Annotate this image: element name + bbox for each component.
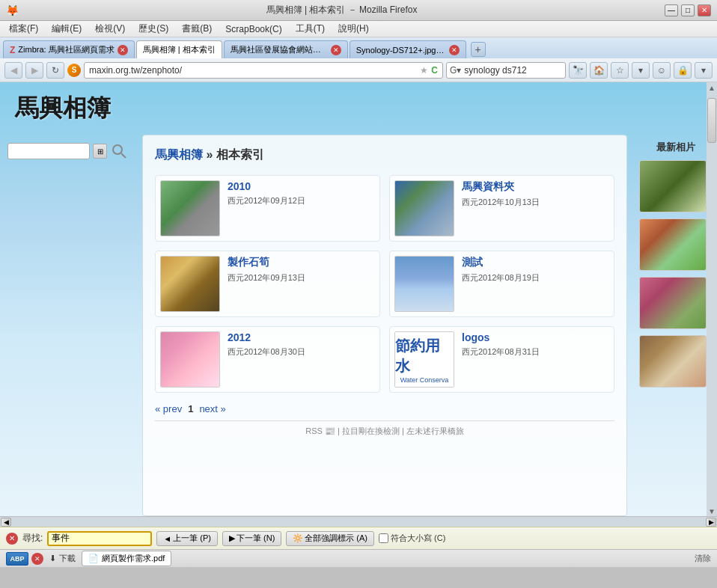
tab-close-community[interactable]: ✕ (331, 45, 341, 55)
albums-grid: 2010 西元2012年09月12日 馬興資料夾 西元2012年10月13日 (155, 175, 614, 393)
status-clear-button[interactable]: 清除 (695, 553, 711, 564)
next-page-link[interactable]: next » (199, 403, 225, 414)
adblock-close-button[interactable]: ✕ (31, 553, 43, 565)
status-file[interactable]: 📄 網頁製作需求.pdf (82, 551, 171, 566)
title-bar: 🦊 馬興相簿 | 相本索引 － Mozilla Firefox — □ ✕ (0, 0, 717, 21)
menu-edit[interactable]: 編輯(E) (46, 21, 88, 37)
download-label: 下載 (59, 553, 76, 564)
recent-photo-4[interactable] (639, 335, 707, 388)
find-close-button[interactable]: ✕ (6, 533, 18, 545)
breadcrumb-sep: » (206, 148, 216, 161)
page-body: ⊞ 馬興相簿 » 相本索引 (0, 135, 717, 516)
page-header: 馬興相簿 (0, 82, 717, 135)
page-title: 馬興相簿 (15, 92, 111, 125)
prev-page-link[interactable]: « prev (155, 403, 182, 414)
album-date-resource: 西元2012年10月13日 (462, 197, 609, 208)
recent-photo-3[interactable] (639, 277, 707, 329)
forward-button[interactable]: ▶ (25, 62, 43, 79)
album-item-resource[interactable]: 馬興資料夾 西元2012年10月13日 (389, 175, 614, 242)
file-label: 網頁製作需求.pdf (102, 553, 165, 564)
smiley-btn[interactable]: ☺ (653, 62, 671, 79)
back-button[interactable]: ◀ (4, 62, 22, 79)
search-input[interactable] (7, 143, 90, 159)
menu-bar: 檔案(F) 編輯(E) 檢視(V) 歷史(S) 書籤(B) ScrapBook(… (0, 21, 717, 37)
maximize-button[interactable]: □ (681, 4, 695, 16)
nav-bar: ◀ ▶ ↻ S maxin.org.tw/zenphoto/ ★ C G▾ sy… (0, 58, 717, 82)
find-label: 尋找: (22, 532, 43, 545)
tab-zimbra[interactable]: Z Zimbra: 馬興社區網頁需求 ✕ (3, 40, 135, 58)
recent-photos-title: 最新相片 (639, 141, 713, 154)
tab-synology[interactable]: Synology-DS712+.jpg (JPE… ✕ (350, 40, 466, 58)
album-date-2010: 西元2012年09月12日 (228, 195, 375, 206)
search-grid-button[interactable]: ⊞ (93, 144, 107, 159)
horizontal-scrollbar[interactable]: ◀ ▶ (0, 516, 717, 527)
tab-community[interactable]: 馬興社區發展協會網站結案… ✕ (224, 40, 348, 58)
breadcrumb: 馬興相簿 » 相本索引 (155, 147, 614, 163)
search-text: synology ds712 (464, 65, 562, 76)
tab-main[interactable]: 馬興相簿 | 相本索引 (136, 40, 222, 58)
find-highlight-button[interactable]: 🔆 全部強調標示 (A) (286, 531, 374, 546)
album-item-2010[interactable]: 2010 西元2012年09月12日 (155, 175, 380, 242)
highlight-icon: 🔆 (293, 533, 303, 543)
menu-history[interactable]: 歷史(S) (132, 21, 174, 37)
scroll-right[interactable]: ▶ (706, 518, 716, 527)
status-download: ⬇ 下載 (49, 553, 76, 564)
album-date-logos: 西元2012年08月31日 (462, 346, 609, 358)
reload-button[interactable]: ↻ (46, 62, 64, 79)
security-btn[interactable]: 🔒 (674, 62, 692, 79)
album-info-stone: 製作石筍 西元2012年09月13日 (228, 256, 375, 284)
album-item-test[interactable]: 測試 西元2012年08月19日 (389, 251, 614, 317)
recent-photo-2[interactable] (639, 218, 707, 271)
scrollbar-thumb[interactable] (707, 98, 716, 143)
main-content: 馬興相簿 » 相本索引 2010 西元2012年09月12日 (142, 135, 627, 516)
breadcrumb-current: 相本索引 (216, 148, 264, 161)
match-case-text: 符合大小寫 (C) (391, 533, 445, 544)
nav-more[interactable]: ▾ (695, 62, 713, 79)
album-item-logos[interactable]: 節約用水 Water Conserva logos 西元2012年08月31日 (389, 326, 614, 393)
album-info-test: 測試 西元2012年08月19日 (462, 256, 609, 284)
find-prev-button[interactable]: ◄ 上一筆 (P) (156, 531, 218, 546)
album-item-2012[interactable]: 2012 西元2012年08月30日 (155, 326, 380, 393)
find-input[interactable] (47, 531, 152, 546)
album-thumb-2010 (160, 180, 220, 236)
album-name-logos: logos (462, 331, 609, 343)
find-prev-label: 上一筆 (P) (173, 533, 211, 544)
menu-file[interactable]: 檔案(F) (3, 21, 44, 37)
browser-logo: S (67, 64, 81, 77)
tab-close-synology[interactable]: ✕ (449, 45, 460, 55)
menu-bookmarks[interactable]: 書籤(B) (176, 21, 218, 37)
menu-scrapbook[interactable]: ScrapBook(C) (219, 22, 287, 36)
match-case-checkbox[interactable] (379, 533, 388, 543)
menu-help[interactable]: 說明(H) (332, 21, 375, 37)
addon-btn[interactable]: ▾ (632, 62, 650, 79)
menu-view[interactable]: 檢視(V) (89, 21, 131, 37)
close-button[interactable]: ✕ (698, 4, 711, 16)
minimize-button[interactable]: — (665, 4, 678, 16)
recent-photos-list (639, 160, 713, 388)
svg-point-0 (113, 145, 122, 154)
url-bar[interactable]: maxin.org.tw/zenphoto/ ★ C (84, 62, 443, 79)
browser-search-bar[interactable]: G▾ synology ds712 (446, 62, 566, 79)
recent-photo-1[interactable] (639, 160, 707, 212)
bookmark-btn[interactable]: ☆ (611, 62, 629, 79)
menu-tools[interactable]: 工具(T) (290, 21, 331, 37)
svg-line-1 (121, 153, 126, 158)
tab-close-zimbra[interactable]: ✕ (118, 45, 128, 55)
highlight-label: 全部強調標示 (A) (305, 533, 367, 544)
breadcrumb-home[interactable]: 馬興相簿 (155, 148, 203, 161)
vertical-scrollbar[interactable]: ▲ ▼ (707, 82, 717, 516)
home-button[interactable]: 🏠 (590, 62, 608, 79)
binoculars-icon[interactable]: 🔭 (569, 62, 587, 79)
scroll-left[interactable]: ◀ (1, 518, 11, 527)
album-item-stone[interactable]: 製作石筍 西元2012年09月13日 (155, 251, 380, 317)
album-thumb-stone (160, 256, 220, 312)
window-title: 馬興相簿 | 相本索引 － Mozilla Firefox (19, 4, 665, 16)
search-engine-icon: G▾ (450, 65, 461, 76)
album-thumb-2012 (160, 331, 220, 388)
new-tab-button[interactable]: + (471, 42, 486, 57)
search-go-button[interactable] (110, 142, 127, 160)
download-icon: ⬇ (49, 554, 56, 563)
find-bar: ✕ 尋找: ◄ 上一筆 (P) ▶ 下一筆 (N) 🔆 全部強調標示 (A) 符… (0, 527, 717, 549)
find-next-button[interactable]: ▶ 下一筆 (N) (222, 531, 281, 546)
adblock-button[interactable]: ABP (6, 552, 28, 566)
